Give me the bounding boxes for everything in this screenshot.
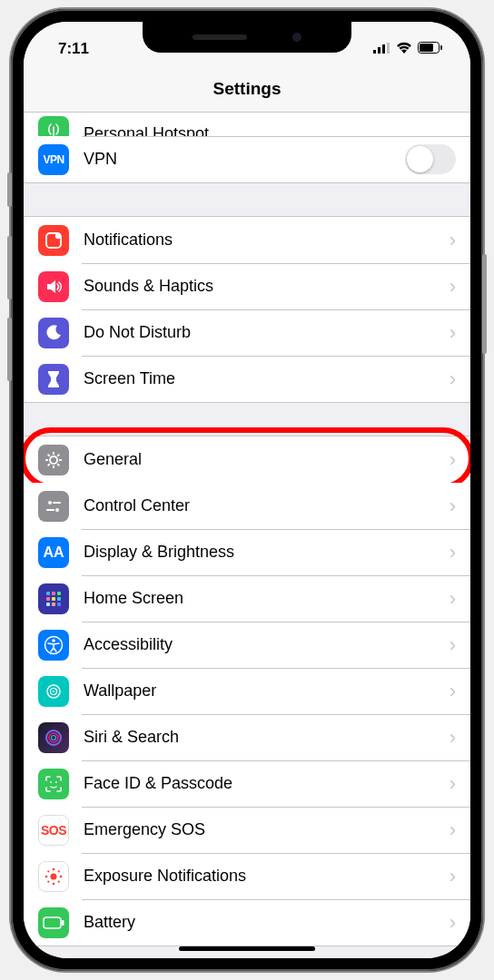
svg-line-16 (57, 454, 59, 456)
section-alerts: Notifications › Sounds & Haptics › Do No… (24, 216, 470, 403)
svg-rect-30 (57, 603, 61, 606)
vpn-label: VPN (84, 150, 405, 169)
chevron-icon: › (450, 495, 456, 518)
row-siri[interactable]: Siri & Search › (24, 714, 470, 760)
chevron-icon: › (450, 680, 456, 703)
faceid-label: Face ID & Passcode (84, 774, 450, 793)
settings-content[interactable]: Personal Hotspot VPN VPN Notificat (24, 113, 470, 958)
svg-rect-29 (52, 603, 55, 606)
vpn-toggle[interactable] (405, 144, 456, 174)
wallpaper-label: Wallpaper (84, 681, 450, 701)
exposure-icon (38, 861, 69, 892)
row-battery[interactable]: Battery › (24, 899, 470, 946)
page-title: Settings (213, 79, 282, 99)
row-screentime[interactable]: Screen Time › (24, 356, 470, 402)
row-display[interactable]: AA Display & Brightness › (24, 529, 470, 575)
accessibility-icon (38, 630, 69, 661)
svg-line-14 (48, 454, 50, 456)
chevron-icon: › (450, 587, 456, 611)
svg-point-48 (47, 880, 49, 882)
row-notifications[interactable]: Notifications › (24, 217, 470, 263)
battery-icon (418, 40, 443, 58)
chevron-icon: › (450, 726, 456, 750)
control-center-icon (38, 491, 69, 522)
siri-label: Siri & Search (84, 728, 450, 747)
svg-point-45 (60, 875, 63, 877)
power-button (482, 254, 487, 354)
row-homescreen[interactable]: Home Screen › (24, 575, 470, 622)
svg-point-32 (52, 639, 55, 642)
row-control-center[interactable]: Control Center › (24, 483, 470, 529)
svg-point-39 (50, 781, 52, 783)
display-icon: AA (38, 537, 69, 568)
wifi-icon (396, 40, 412, 58)
sos-label: Emergency SOS (84, 820, 450, 839)
chevron-icon: › (450, 772, 456, 796)
screentime-label: Screen Time (84, 369, 450, 388)
home-indicator[interactable] (179, 946, 315, 951)
sos-icon: SOS (38, 815, 69, 846)
homescreen-icon (38, 583, 69, 614)
chevron-icon: › (450, 541, 456, 564)
svg-point-49 (58, 880, 60, 882)
faceid-icon (38, 769, 69, 799)
section-connectivity: Personal Hotspot VPN VPN (24, 113, 470, 183)
row-faceid[interactable]: Face ID & Passcode › (24, 760, 470, 807)
svg-rect-27 (57, 597, 61, 601)
row-dnd[interactable]: Do Not Disturb › (24, 309, 470, 356)
volume-up (7, 236, 12, 299)
chevron-icon: › (450, 321, 456, 345)
svg-rect-23 (52, 592, 55, 595)
svg-point-38 (52, 735, 56, 740)
svg-rect-24 (57, 592, 61, 595)
sounds-icon (38, 271, 69, 302)
mute-switch (7, 172, 12, 207)
phone-frame: 7:11 Settings (11, 9, 483, 971)
row-sounds[interactable]: Sounds & Haptics › (24, 263, 470, 309)
row-general[interactable]: General › (24, 436, 470, 483)
svg-point-35 (53, 691, 54, 692)
svg-point-20 (55, 508, 59, 512)
svg-line-15 (57, 464, 59, 466)
chevron-icon: › (450, 448, 456, 472)
chevron-icon: › (450, 229, 456, 252)
nav-header: Settings (24, 65, 470, 113)
svg-point-8 (55, 232, 61, 238)
svg-point-44 (45, 875, 48, 877)
row-sos[interactable]: SOS Emergency SOS › (24, 807, 470, 853)
vpn-icon: VPN (38, 144, 69, 175)
svg-point-37 (49, 733, 58, 742)
svg-point-43 (53, 882, 55, 885)
general-icon (38, 445, 69, 475)
svg-rect-28 (46, 603, 50, 606)
row-vpn[interactable]: VPN VPN (24, 136, 470, 182)
svg-rect-1 (378, 47, 380, 54)
svg-rect-6 (440, 45, 442, 50)
hotspot-label: Personal Hotspot (84, 124, 456, 136)
section-system: General › Control Center › AA Display & … (24, 436, 470, 946)
hotspot-icon (38, 116, 69, 136)
svg-rect-22 (46, 592, 50, 595)
control-center-label: Control Center (84, 496, 450, 515)
svg-rect-2 (382, 44, 385, 54)
chevron-icon: › (450, 368, 456, 391)
notifications-icon (38, 225, 69, 256)
general-label: General (84, 450, 450, 469)
exposure-label: Exposure Notifications (84, 867, 450, 886)
chevron-icon: › (450, 911, 456, 935)
svg-rect-3 (387, 43, 390, 54)
svg-point-40 (55, 781, 57, 783)
svg-point-9 (50, 456, 57, 464)
row-exposure[interactable]: Exposure Notifications › (24, 853, 470, 899)
svg-point-42 (53, 867, 55, 870)
chevron-icon: › (450, 633, 456, 657)
display-label: Display & Brightness (84, 543, 450, 562)
row-accessibility[interactable]: Accessibility › (24, 622, 470, 668)
homescreen-label: Home Screen (84, 589, 450, 608)
chevron-icon: › (450, 865, 456, 888)
status-time: 7:11 (58, 40, 89, 58)
row-personal-hotspot[interactable]: Personal Hotspot (24, 113, 470, 136)
svg-point-18 (48, 501, 52, 505)
row-wallpaper[interactable]: Wallpaper › (24, 668, 470, 714)
cellular-icon (373, 40, 390, 58)
